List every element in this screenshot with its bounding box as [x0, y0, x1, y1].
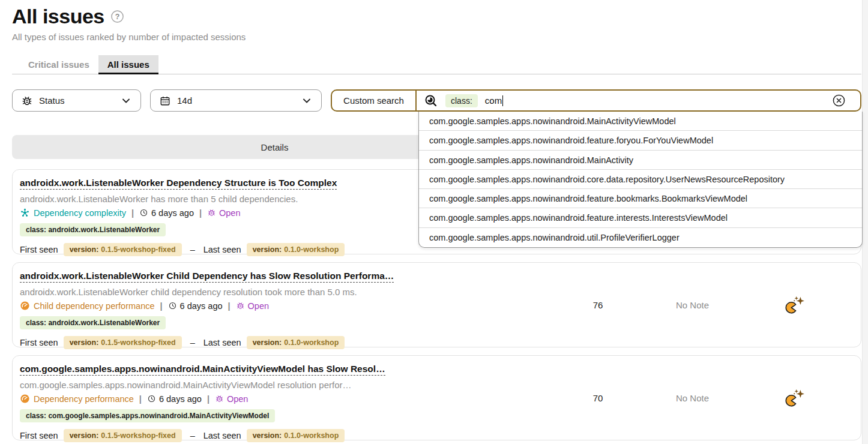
chevron-down-icon: [120, 95, 132, 107]
page-title: All issues: [12, 5, 104, 28]
issue-category: Dependency complexity: [20, 208, 126, 218]
ai-insight-button[interactable]: [783, 388, 806, 408]
status-filter-dropdown[interactable]: Status: [12, 89, 141, 112]
last-seen-label: Last seen: [203, 338, 241, 347]
issue-card: androidx.work.ListenableWorker Child Dep…: [12, 262, 861, 347]
last-seen-label: Last seen: [203, 245, 241, 254]
suggestion-item[interactable]: com.google.samples.apps.nowinandroid.fea…: [419, 131, 862, 150]
open-bug-icon: [236, 301, 245, 310]
issue-age: 6 days ago: [139, 208, 194, 218]
first-seen-label: First seen: [20, 431, 58, 440]
separator: |: [139, 394, 142, 404]
first-seen-label: First seen: [20, 338, 58, 347]
period-filter-label: 14d: [177, 95, 192, 106]
issue-age: 6 days ago: [147, 394, 202, 404]
svg-text:?: ?: [115, 13, 119, 21]
version-range: First seen version:0.1.5-workshop-fixed …: [20, 429, 538, 442]
issue-title-link[interactable]: androidx.work.ListenableWorker Dependenc…: [20, 178, 337, 190]
note-cell[interactable]: No Note: [658, 300, 727, 310]
first-seen-label: First seen: [20, 245, 58, 254]
issue-category: Child dependency performance: [20, 301, 155, 311]
note-cell[interactable]: No Note: [658, 393, 727, 403]
separator: |: [131, 208, 134, 218]
last-seen-version-chip: version:0.1.0-workshop: [247, 429, 345, 442]
impacted-sessions-count: 70: [538, 393, 658, 403]
bug-icon: [21, 95, 33, 107]
category-label: Dependency performance: [34, 394, 134, 404]
search-input[interactable]: class: com: [417, 91, 860, 110]
suggestion-item[interactable]: com.google.samples.apps.nowinandroid.uti…: [419, 228, 862, 247]
issue-status: Open: [236, 301, 269, 311]
scrollbar-track[interactable]: [862, 0, 868, 444]
issue-category: Dependency performance: [20, 394, 134, 404]
pacman-sparkle-icon: [783, 295, 806, 315]
first-seen-version-chip: version:0.1.5-workshop-fixed: [64, 429, 182, 442]
clock-icon: [168, 301, 177, 310]
issue-title-link[interactable]: com.google.samples.apps.nowinandroid.Mai…: [20, 364, 385, 376]
class-chip: class: androidx.work.ListenableWorker: [20, 316, 166, 329]
issue-status: Open: [215, 394, 248, 404]
help-icon[interactable]: ?: [110, 10, 124, 23]
suggestion-item[interactable]: com.google.samples.apps.nowinandroid.fea…: [419, 189, 862, 208]
separator: |: [228, 301, 231, 311]
clock-icon: [147, 394, 156, 403]
suggestion-item[interactable]: com.google.samples.apps.nowinandroid.Mai…: [419, 112, 862, 131]
issue-status: Open: [207, 208, 240, 218]
open-bug-icon: [207, 208, 216, 217]
search-suggestions-dropdown: com.google.samples.apps.nowinandroid.Mai…: [418, 112, 863, 248]
dependency-complexity-icon: [20, 208, 30, 218]
performance-gauge-icon: [20, 394, 30, 404]
last-seen-label: Last seen: [203, 431, 241, 440]
suggestion-item[interactable]: com.google.samples.apps.nowinandroid.Mai…: [419, 151, 862, 170]
category-label: Dependency complexity: [34, 208, 126, 218]
suggestion-item[interactable]: com.google.samples.apps.nowinandroid.cor…: [419, 170, 862, 189]
issue-title-link[interactable]: androidx.work.ListenableWorker Child Dep…: [20, 271, 394, 283]
suggestion-item[interactable]: com.google.samples.apps.nowinandroid.fea…: [419, 208, 862, 227]
calendar-icon: [159, 95, 171, 107]
search-history-icon: [424, 94, 438, 108]
separator: |: [199, 208, 202, 218]
class-chip: class: androidx.work.ListenableWorker: [20, 223, 166, 236]
impacted-sessions-count: 76: [538, 300, 658, 310]
first-seen-version-chip: version:0.1.5-workshop-fixed: [64, 336, 182, 349]
last-seen-version-chip: version:0.1.0-workshop: [247, 336, 345, 349]
performance-gauge-icon: [20, 301, 30, 311]
clock-icon: [139, 208, 148, 217]
search-filter-chip: class:: [445, 94, 478, 107]
last-seen-version-chip: version:0.1.0-workshop: [247, 243, 345, 256]
open-bug-icon: [215, 394, 224, 403]
ai-insight-button[interactable]: [783, 295, 806, 315]
issue-description: androidx.work.ListenableWorker child dep…: [20, 287, 538, 297]
issue-description: com.google.samples.apps.nowinandroid.Mai…: [20, 380, 538, 390]
tab-bar: Critical issues All issues: [12, 55, 861, 74]
close-icon: [832, 94, 846, 107]
range-dash: –: [190, 338, 195, 347]
custom-search-button[interactable]: Custom search: [332, 91, 417, 110]
separator: |: [207, 394, 209, 404]
first-seen-version-chip: version:0.1.5-workshop-fixed: [64, 243, 182, 256]
tab-critical-issues[interactable]: Critical issues: [19, 55, 98, 74]
separator: |: [160, 301, 163, 311]
period-filter-dropdown[interactable]: 14d: [150, 89, 322, 112]
range-dash: –: [190, 245, 195, 254]
class-chip: class: com.google.samples.apps.nowinandr…: [20, 409, 275, 422]
range-dash: –: [190, 431, 195, 440]
search-query-text: com: [485, 95, 503, 106]
text-caret: [502, 95, 503, 106]
page-subtitle: All types of issues ranked by number of …: [12, 32, 861, 42]
issue-age: 6 days ago: [168, 301, 223, 311]
status-filter-label: Status: [39, 95, 65, 106]
search-box: Custom search class: com: [331, 89, 861, 112]
category-label: Child dependency performance: [34, 301, 155, 311]
filter-bar: Status 14d Custom search: [12, 89, 861, 112]
tab-all-issues[interactable]: All issues: [98, 55, 158, 74]
pacman-sparkle-icon: [783, 388, 806, 408]
clear-search-button[interactable]: [832, 94, 853, 107]
chevron-down-icon: [301, 95, 313, 107]
version-range: First seen version:0.1.5-workshop-fixed …: [20, 336, 538, 349]
issue-card: com.google.samples.apps.nowinandroid.Mai…: [12, 355, 861, 440]
